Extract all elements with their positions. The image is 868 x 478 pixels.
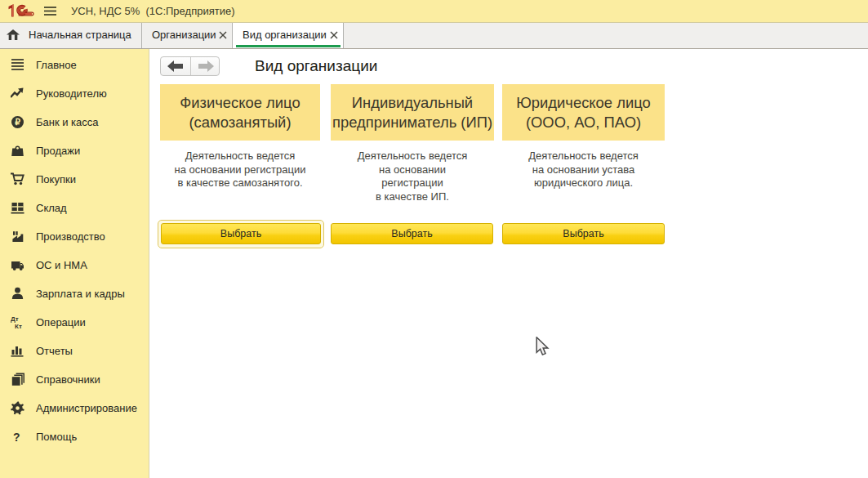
svg-text:Дт: Дт bbox=[11, 315, 19, 323]
svg-text:Кт: Кт bbox=[15, 323, 22, 329]
svg-text:?: ? bbox=[13, 431, 20, 444]
svg-text:₽: ₽ bbox=[15, 117, 20, 127]
